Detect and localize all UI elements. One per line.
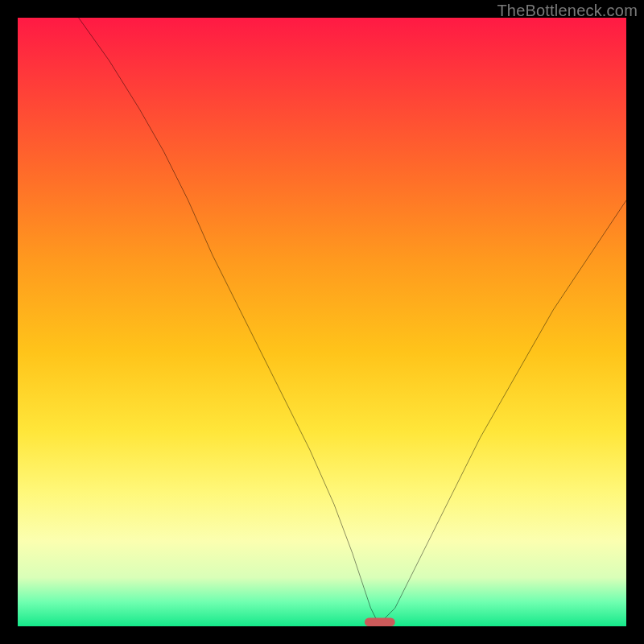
chart-stage: TheBottleneck.com — [0, 0, 644, 644]
plot-area — [18, 18, 626, 626]
curve-path — [79, 18, 626, 620]
minimum-marker — [365, 617, 395, 626]
bottleneck-curve — [18, 18, 626, 626]
